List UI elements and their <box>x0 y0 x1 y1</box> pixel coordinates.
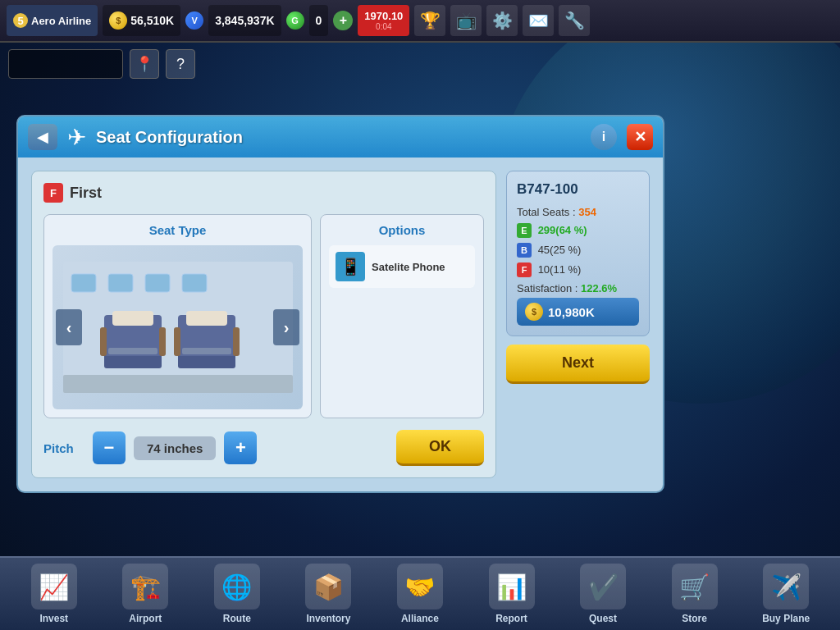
dialog-info-button[interactable]: i <box>591 124 617 150</box>
nav-item-buy-plane[interactable]: ✈️ Buy Plane <box>753 564 819 624</box>
coins-block: $ 56,510K <box>103 5 180 36</box>
nav-label-route: Route <box>223 613 251 624</box>
cost-row: $ 10,980K <box>517 298 639 326</box>
nav-item-invest[interactable]: 📈 Invest <box>21 564 87 624</box>
buy-plane-icon: ✈️ <box>763 564 809 609</box>
main-content-area: F First Seat Type ‹ <box>31 171 496 478</box>
airport-icon: 🏗️ <box>122 564 168 609</box>
nav-label-buy-plane: Buy Plane <box>762 613 810 624</box>
first-row: F 10(11 %) <box>517 262 639 277</box>
first-badge: F <box>517 262 532 277</box>
search-bar: 📍 ? <box>8 49 195 79</box>
search-button[interactable]: 📍 <box>130 49 159 79</box>
nav-item-store[interactable]: 🛒 Store <box>662 564 728 624</box>
svg-rect-8 <box>159 327 166 356</box>
nav-item-report[interactable]: 📊 Report <box>479 564 545 624</box>
trophy-icon[interactable]: 🏆 <box>414 5 445 36</box>
dialog-back-button[interactable]: ◀ <box>28 124 57 150</box>
first-value: 10(11 %) <box>538 263 582 276</box>
svg-rect-13 <box>174 327 180 356</box>
diamonds-block: 3,845,937K <box>208 5 281 36</box>
pitch-decrease-button[interactable]: − <box>93 431 126 464</box>
class-header: F First <box>43 183 484 203</box>
seat-type-title: Seat Type <box>52 223 303 237</box>
app-name: Aero Airline <box>31 15 91 27</box>
options-title: Options <box>329 223 475 237</box>
svg-rect-1 <box>71 274 96 292</box>
pitch-value-display: 74 inches <box>134 436 216 460</box>
svg-rect-7 <box>100 327 107 356</box>
filter-button[interactable]: ? <box>166 49 195 79</box>
bottom-navigation: 📈 Invest 🏗️ Airport 🌐 Route 📦 Inventory … <box>0 556 840 630</box>
seat-prev-button[interactable]: ‹ <box>56 309 82 345</box>
coin-icon: $ <box>109 11 127 30</box>
satisfaction-row: Satisfaction : 122.6% <box>517 282 639 294</box>
top-bar: 5 Aero Airline $ 56,510K V 3,845,937K G … <box>0 0 840 43</box>
settings-icon[interactable]: ⚙️ <box>486 5 518 36</box>
option-satellite-phone[interactable]: 📱 Satelite Phone <box>329 245 475 288</box>
svg-rect-2 <box>108 274 133 292</box>
total-seats-value: 354 <box>578 206 596 218</box>
economy-row: E 299(64 %) <box>517 223 639 238</box>
seat-image-container: ‹ <box>52 245 303 409</box>
total-seats-label: Total Seats : <box>517 206 576 218</box>
add-currency-button[interactable]: + <box>333 11 353 30</box>
nav-label-airport: Airport <box>129 613 162 624</box>
search-input[interactable] <box>8 49 123 79</box>
dialog-body: F First Seat Type ‹ <box>18 158 663 491</box>
total-seats-row: Total Seats : 354 <box>517 206 639 218</box>
svg-rect-16 <box>182 348 231 354</box>
green-currency-value: 0 <box>316 14 322 27</box>
store-icon: 🛒 <box>672 564 718 609</box>
nav-item-alliance[interactable]: 🤝 Alliance <box>387 564 453 624</box>
svg-rect-17 <box>63 375 293 393</box>
report-icon: 📊 <box>489 564 535 609</box>
business-row: B 45(25 %) <box>517 243 639 258</box>
dialog-title: Seat Configuration <box>96 128 581 147</box>
nav-label-alliance: Alliance <box>401 613 439 624</box>
nav-label-invest: Invest <box>39 613 68 624</box>
phone-icon: 📱 <box>336 252 365 281</box>
alliance-icon: 🤝 <box>397 564 443 609</box>
right-sidebar: B747-100 Total Seats : 354 E 299(64 %) B… <box>506 171 650 478</box>
svg-rect-10 <box>108 348 158 354</box>
dialog-header: ◀ ✈ Seat Configuration i ✕ <box>18 116 663 158</box>
pitch-increase-button[interactable]: + <box>224 431 257 464</box>
quest-icon: ✔️ <box>580 564 626 609</box>
seat-next-button[interactable]: › <box>273 309 299 345</box>
business-badge: B <box>517 243 532 258</box>
nav-label-inventory: Inventory <box>306 613 350 624</box>
svg-rect-3 <box>145 274 170 292</box>
year-display: 1970.10 <box>364 10 403 22</box>
mail-icon[interactable]: ✉️ <box>523 5 554 36</box>
cost-coin-icon: $ <box>525 303 543 321</box>
economy-value: 299(64 %) <box>538 224 587 236</box>
nav-item-airport[interactable]: 🏗️ Airport <box>112 564 178 624</box>
nav-item-inventory[interactable]: 📦 Inventory <box>295 564 361 624</box>
next-button[interactable]: Next <box>506 345 650 384</box>
ok-button[interactable]: OK <box>396 430 484 466</box>
invest-icon: 📈 <box>31 564 77 609</box>
plane-icon: ✈ <box>67 124 86 151</box>
svg-rect-14 <box>233 327 240 356</box>
economy-badge: E <box>517 223 532 238</box>
dialog-close-button[interactable]: ✕ <box>627 124 653 150</box>
app-logo: 5 Aero Airline <box>7 5 98 36</box>
nav-label-quest: Quest <box>589 613 617 624</box>
nav-item-route[interactable]: 🌐 Route <box>204 564 270 624</box>
v-badge: V <box>185 11 203 30</box>
nav-item-quest[interactable]: ✔️ Quest <box>570 564 636 624</box>
plane-info-card: B747-100 Total Seats : 354 E 299(64 %) B… <box>506 171 650 336</box>
seat-options-row: Seat Type ‹ <box>43 214 484 418</box>
class-name: First <box>70 185 102 202</box>
satisfaction-label: Satisfaction : <box>517 282 578 294</box>
pitch-label: Pitch <box>43 441 84 455</box>
svg-rect-15 <box>186 311 227 326</box>
options-panel: Options 📱 Satelite Phone <box>320 214 484 418</box>
cost-value: 10,980K <box>548 305 595 319</box>
svg-rect-9 <box>112 311 153 326</box>
green-currency-block: 0 <box>309 5 329 36</box>
gear-icon[interactable]: 🔧 <box>559 5 590 36</box>
inventory-icon: 📦 <box>305 564 351 609</box>
tv-icon[interactable]: 📺 <box>450 5 482 36</box>
